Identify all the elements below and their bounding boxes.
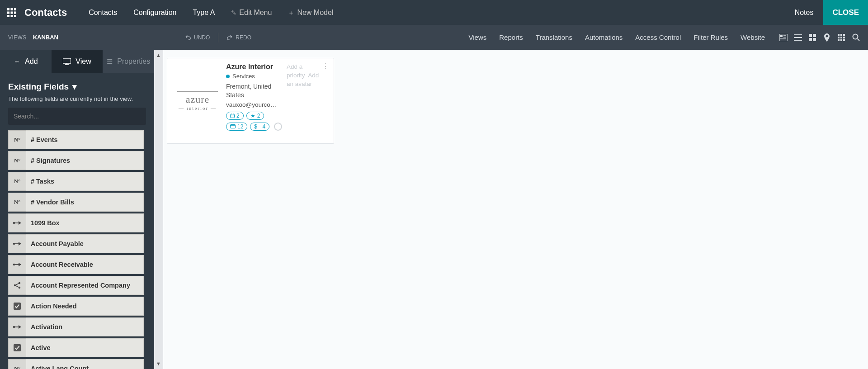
field-label: Account Payable <box>26 234 144 253</box>
sidebar-gutter: ▲ ▼ <box>154 50 163 369</box>
field-item[interactable]: N°# Signatures <box>8 151 144 170</box>
topmenu-edit-menu[interactable]: ✎Edit Menu <box>223 0 280 25</box>
pill-star[interactable]: ★2 <box>246 112 264 120</box>
field-item[interactable]: Active <box>8 338 144 357</box>
subnav-views[interactable]: Views <box>462 25 493 50</box>
subnav-reports[interactable]: Reports <box>493 25 529 50</box>
topmenu-configuration[interactable]: Configuration <box>125 0 184 25</box>
topmenu-new-model[interactable]: ＋New Model <box>280 0 341 25</box>
tag-dot-icon <box>226 75 230 78</box>
kanban-empty-slot[interactable] <box>696 152 863 189</box>
svg-rect-18 <box>813 34 816 37</box>
subnav-automations[interactable]: Automations <box>579 25 629 50</box>
svg-point-30 <box>853 34 858 39</box>
kanban-empty-slot[interactable] <box>519 58 687 144</box>
field-item[interactable]: N°# Vendor Bills <box>8 193 144 212</box>
svg-point-47 <box>13 326 15 328</box>
view-map-icon[interactable] <box>823 33 831 42</box>
svg-rect-2 <box>14 8 16 10</box>
existing-fields-subtitle: The following fields are currently not i… <box>0 95 154 108</box>
redo-button[interactable]: REDO <box>226 34 251 41</box>
svg-rect-21 <box>838 34 840 36</box>
field-label: Active Lang Count <box>26 359 144 369</box>
tab-view[interactable]: View <box>52 50 103 73</box>
card-location: Fremont, United States <box>226 82 280 99</box>
caret-down-icon: ▾ <box>72 81 77 92</box>
field-item[interactable]: N°# Events <box>8 130 144 149</box>
tab-add[interactable]: ＋Add <box>0 50 52 73</box>
svg-rect-32 <box>63 58 71 63</box>
view-form-icon[interactable] <box>779 33 788 42</box>
subnav-website[interactable]: Website <box>734 25 771 50</box>
pencil-icon: ✎ <box>231 9 236 16</box>
kanban-empty-slot[interactable] <box>343 152 510 189</box>
field-label: 1099 Box <box>26 213 144 232</box>
svg-rect-3 <box>7 11 9 14</box>
field-item[interactable]: Account Receivable <box>8 255 144 274</box>
svg-rect-7 <box>11 15 13 17</box>
svg-point-41 <box>19 282 20 284</box>
existing-fields-heading[interactable]: Existing Fields▾ <box>0 73 154 95</box>
tab-properties[interactable]: ☰Properties <box>103 50 154 73</box>
kanban-card[interactable]: azure — interior — Azure Interior Servic… <box>167 58 334 144</box>
plus-icon: ＋ <box>288 9 294 16</box>
field-item[interactable]: Account Represented Company <box>8 276 144 295</box>
field-item[interactable]: Activation <box>8 317 144 336</box>
close-button[interactable]: CLOSE <box>823 0 868 25</box>
view-grid-icon[interactable] <box>837 33 845 42</box>
field-item[interactable]: N°Active Lang Count <box>8 359 144 369</box>
scroll-up-icon[interactable]: ▲ <box>156 52 161 58</box>
apps-icon[interactable] <box>5 6 18 19</box>
kanban-empty-slot[interactable] <box>343 58 510 144</box>
plus-icon: ＋ <box>14 57 20 66</box>
svg-rect-10 <box>780 35 783 37</box>
card-menu-icon[interactable]: ⋮ <box>322 62 329 71</box>
field-item[interactable]: 1099 Box <box>8 213 144 232</box>
field-label: Active <box>26 338 144 357</box>
svg-point-43 <box>19 287 20 289</box>
svg-rect-5 <box>14 11 16 14</box>
notes-button[interactable]: Notes <box>785 0 824 25</box>
svg-rect-0 <box>7 8 9 10</box>
svg-line-45 <box>16 286 19 287</box>
kanban-empty-slot[interactable] <box>167 152 334 189</box>
pill-dollar[interactable]: $ 4 <box>250 123 269 131</box>
svg-point-42 <box>14 284 16 286</box>
field-type-icon <box>8 213 26 232</box>
field-label: Activation <box>26 317 144 336</box>
brand-title: Contacts <box>24 7 67 19</box>
topmenu-type-a[interactable]: Type A <box>184 0 223 25</box>
view-kanban-icon[interactable] <box>808 33 816 42</box>
pill-calendar[interactable]: 2 <box>226 112 244 120</box>
svg-rect-22 <box>840 34 842 36</box>
sidebar: ＋Add View ☰Properties Existing Fields▾ T… <box>0 50 154 369</box>
svg-point-39 <box>13 264 15 265</box>
field-item[interactable]: Action Needed <box>8 297 144 316</box>
field-item[interactable]: Account Payable <box>8 234 144 253</box>
subnav-translations[interactable]: Translations <box>529 25 579 50</box>
search-icon[interactable] <box>852 33 860 42</box>
field-item[interactable]: N°# Tasks <box>8 172 144 191</box>
field-label: # Events <box>26 130 144 149</box>
view-list-icon[interactable] <box>794 33 802 42</box>
subnav-filter-rules[interactable]: Filter Rules <box>687 25 734 50</box>
undo-button[interactable]: UNDO <box>185 34 210 41</box>
sub-navbar: VIEWS KANBAN UNDO REDO Views Reports Tra… <box>0 25 868 50</box>
field-label: # Tasks <box>26 172 144 191</box>
pill-card[interactable]: 12 <box>226 123 247 131</box>
svg-rect-54 <box>231 125 236 128</box>
fields-search-input[interactable] <box>8 108 146 125</box>
field-type-icon: N° <box>8 359 26 369</box>
topmenu-contacts[interactable]: Contacts <box>80 0 125 25</box>
field-label: Account Receivable <box>26 255 144 274</box>
svg-rect-26 <box>843 37 845 38</box>
kanban-empty-slot[interactable] <box>519 152 687 189</box>
field-type-icon <box>8 255 26 274</box>
svg-rect-20 <box>813 38 816 41</box>
svg-rect-1 <box>11 8 13 10</box>
subnav-access-control[interactable]: Access Control <box>629 25 687 50</box>
kanban-empty-slot[interactable] <box>696 58 863 144</box>
scroll-down-icon[interactable]: ▼ <box>156 361 161 366</box>
svg-rect-49 <box>14 344 21 351</box>
field-label: # Vendor Bills <box>26 193 144 212</box>
